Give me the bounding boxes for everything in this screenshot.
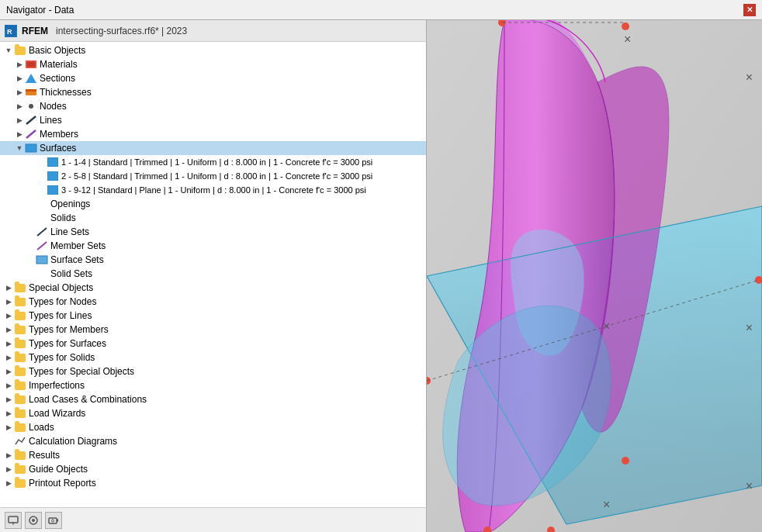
tree-item-materials[interactable]: ▶ Materials — [0, 57, 426, 71]
expand-icon: ▶ — [3, 352, 14, 363]
line-sets-icon — [36, 226, 48, 238]
tree-item-sections[interactable]: ▶ Sections — [0, 71, 426, 85]
svg-line-15 — [37, 242, 47, 250]
expand-spacer — [25, 254, 36, 265]
tree-item-surface-sets[interactable]: Surface Sets — [0, 253, 426, 267]
tree-item-load-cases[interactable]: ▶ Load Cases & Combinations — [0, 392, 426, 406]
svg-rect-16 — [36, 256, 47, 264]
navigator-tree[interactable]: ▼ Basic Objects ▶ Materials ▶ — [0, 42, 426, 507]
tree-label-load-wizards: Load Wizards — [29, 408, 85, 419]
svg-rect-12 — [47, 171, 58, 181]
folder-icon — [14, 295, 26, 308]
svg-rect-17 — [9, 516, 18, 523]
member-sets-icon — [36, 240, 48, 252]
svg-rect-13 — [47, 185, 58, 195]
tree-item-solid-sets[interactable]: Solid Sets — [0, 267, 426, 281]
tree-label-member-sets: Member Sets — [50, 240, 106, 251]
tree-item-types-surfaces[interactable]: ▶ Types for Surfaces — [0, 337, 426, 351]
tree-item-load-wizards[interactable]: ▶ Load Wizards — [0, 406, 426, 420]
tree-item-surface-1[interactable]: 1 - 1-4 | Standard | Trimmed | 1 - Unifo… — [0, 155, 426, 169]
toolbar-camera-button[interactable] — [45, 512, 62, 529]
svg-rect-3 — [27, 62, 35, 67]
tree-item-line-sets[interactable]: Line Sets — [0, 225, 426, 239]
tree-item-surface-2[interactable]: 2 - 5-8 | Standard | Trimmed | 1 - Unifo… — [0, 169, 426, 183]
tree-label-load-cases: Load Cases & Combinations — [29, 394, 147, 405]
title-bar: Navigator - Data ✕ — [0, 0, 762, 20]
tree-item-loads[interactable]: ▶ Loads — [0, 420, 426, 434]
tree-item-types-solids[interactable]: ▶ Types for Solids — [0, 351, 426, 364]
tree-label-printout-reports: Printout Reports — [29, 478, 96, 489]
members-icon — [25, 128, 37, 140]
folder-icon — [14, 44, 26, 57]
svg-text:R: R — [7, 28, 12, 36]
expand-icon: ▼ — [14, 143, 25, 154]
svg-rect-10 — [26, 144, 36, 152]
expand-spacer — [25, 268, 36, 279]
tree-label-types-surfaces: Types for Surfaces — [29, 338, 106, 349]
tree-item-openings[interactable]: Openings — [0, 197, 426, 211]
tree-item-types-nodes[interactable]: ▶ Types for Nodes — [0, 295, 426, 309]
viewport-scene: × × × — [427, 20, 762, 532]
expand-icon: ▶ — [14, 59, 25, 70]
calc-diagrams-icon — [14, 435, 26, 447]
tree-label-types-members: Types for Members — [29, 324, 109, 335]
navigator-toolbar — [0, 507, 426, 532]
expand-icon: ▶ — [3, 324, 14, 335]
svg-point-27 — [622, 22, 629, 30]
x-marker-2: × — [746, 321, 753, 335]
toolbar-view-button[interactable] — [25, 512, 42, 529]
tree-item-surfaces[interactable]: ▼ Surfaces — [0, 141, 426, 155]
tree-label-materials: Materials — [40, 59, 78, 70]
tree-label-solids: Solids — [50, 212, 76, 223]
tree-item-member-sets[interactable]: Member Sets — [0, 239, 426, 253]
tree-label-types-solids: Types for Solids — [29, 352, 95, 363]
viewport[interactable]: × × × × × × — [427, 20, 762, 532]
x-marker-3: × — [746, 479, 753, 493]
tree-item-solids[interactable]: Solids — [0, 211, 426, 225]
tree-item-lines[interactable]: ▶ Lines — [0, 113, 426, 127]
tree-item-results[interactable]: ▶ Results — [0, 448, 426, 462]
tree-item-nodes[interactable]: ▶ Nodes — [0, 99, 426, 113]
tree-item-types-lines[interactable]: ▶ Types for Lines — [0, 309, 426, 323]
expand-icon: ▶ — [3, 408, 14, 419]
tree-label-solid-sets: Solid Sets — [50, 268, 92, 279]
svg-point-31 — [622, 457, 629, 465]
thicknesses-icon — [25, 86, 37, 98]
folder-icon — [14, 421, 26, 434]
tree-label-basic-objects: Basic Objects — [29, 45, 85, 56]
expand-spacer — [25, 240, 36, 251]
folder-icon — [14, 379, 26, 392]
folder-icon — [14, 407, 26, 420]
expand-icon: ▶ — [3, 464, 14, 475]
svg-text:×: × — [624, 33, 631, 46]
tree-label-types-lines: Types for Lines — [29, 310, 92, 321]
expand-icon: ▶ — [14, 87, 25, 98]
tree-label-line-sets: Line Sets — [50, 226, 89, 237]
tree-item-calc-diagrams[interactable]: Calculation Diagrams — [0, 434, 426, 448]
tree-item-basic-objects[interactable]: ▼ Basic Objects — [0, 43, 426, 57]
tree-label-types-nodes: Types for Nodes — [29, 296, 96, 307]
tree-label-surface-2: 2 - 5-8 | Standard | Trimmed | 1 - Unifo… — [61, 171, 372, 181]
close-button[interactable]: ✕ — [743, 4, 756, 16]
folder-icon — [14, 477, 26, 489]
surface-item-icon — [47, 170, 59, 182]
expand-spacer — [25, 199, 36, 209]
expand-icon: ▶ — [3, 422, 14, 433]
tree-item-members[interactable]: ▶ Members — [0, 127, 426, 141]
toolbar-display-button[interactable] — [5, 512, 22, 529]
tree-label-surface-1: 1 - 1-4 | Standard | Trimmed | 1 - Unifo… — [61, 157, 372, 167]
tree-label-special-objects: Special Objects — [29, 282, 93, 293]
tree-item-special-objects[interactable]: ▶ Special Objects — [0, 281, 426, 295]
tree-item-types-special[interactable]: ▶ Types for Special Objects — [0, 364, 426, 378]
tree-item-printout-reports[interactable]: ▶ Printout Reports — [0, 476, 426, 490]
sections-icon — [25, 72, 37, 85]
folder-icon — [14, 282, 26, 294]
tree-item-imperfections[interactable]: ▶ Imperfections — [0, 378, 426, 392]
svg-point-24 — [52, 520, 54, 522]
tree-item-guide-objects[interactable]: ▶ Guide Objects — [0, 462, 426, 476]
tree-item-surface-3[interactable]: 3 - 9-12 | Standard | Plane | 1 - Unifor… — [0, 183, 426, 197]
tree-item-types-members[interactable]: ▶ Types for Members — [0, 323, 426, 337]
tree-item-thicknesses[interactable]: ▶ Thicknesses — [0, 85, 426, 99]
folder-icon — [14, 365, 26, 378]
nodes-icon — [25, 100, 37, 112]
